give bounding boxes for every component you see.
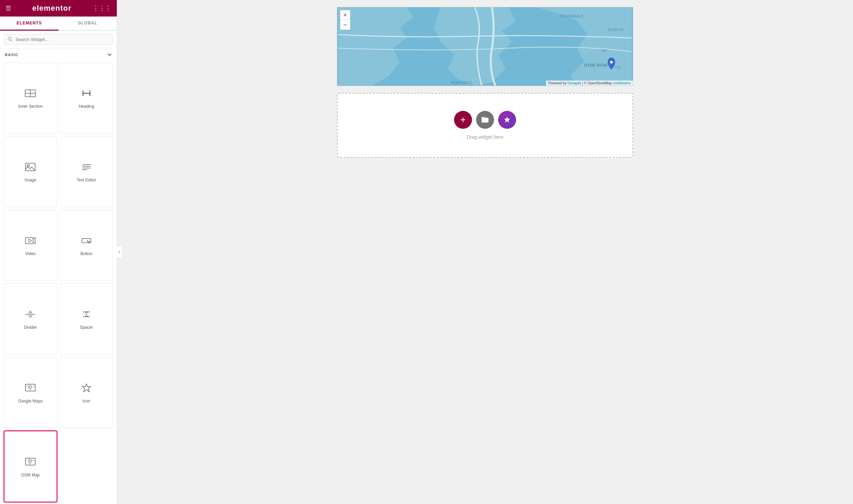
svg-point-0: [8, 37, 11, 40]
widget-video[interactable]: Video: [4, 210, 57, 281]
svg-point-9: [27, 165, 29, 167]
main-content: ROSENDALE ESOPUS HYDE PARK TSP TSP NEW P…: [117, 0, 853, 504]
tab-elements[interactable]: ELEMENTS: [0, 17, 59, 31]
section-header-basic[interactable]: BASIC: [0, 49, 117, 61]
svg-point-39: [610, 61, 613, 64]
svg-marker-19: [29, 316, 32, 318]
widget-video-label: Video: [25, 251, 35, 256]
search-icon: [8, 36, 12, 42]
svg-text:ROSENDALE: ROSENDALE: [560, 14, 583, 18]
folder-button[interactable]: [476, 111, 494, 129]
svg-line-1: [11, 40, 12, 41]
spacer-icon: [80, 308, 93, 322]
button-icon: [80, 234, 93, 249]
widgets-grid: Inner Section Heading Imag: [0, 61, 117, 504]
widget-button-label: Button: [80, 251, 92, 256]
hamburger-menu-icon[interactable]: ☰: [6, 4, 11, 12]
widget-icon-label: Icon: [82, 399, 90, 403]
divider-icon: [24, 308, 37, 322]
add-widget-button[interactable]: +: [454, 111, 472, 129]
image-icon: [24, 161, 37, 175]
map-zoom-in-button[interactable]: +: [340, 10, 350, 20]
astro-button[interactable]: [498, 111, 516, 129]
widget-text-editor-label: Text Editor: [76, 178, 96, 182]
widget-icon[interactable]: Icon: [60, 357, 113, 428]
svg-marker-18: [29, 311, 32, 313]
widget-divider[interactable]: Divider: [4, 283, 57, 354]
google-maps-icon: [24, 382, 37, 396]
geoapify-link[interactable]: Geoapify: [567, 81, 581, 85]
tab-global[interactable]: GLOBAL: [59, 17, 117, 30]
widget-image[interactable]: Image: [4, 136, 57, 207]
svg-marker-15: [29, 239, 32, 242]
grid-icon[interactable]: ⋮⋮⋮: [93, 4, 111, 12]
widget-osm-map[interactable]: OSM Map: [4, 431, 57, 502]
widget-spacer[interactable]: Spacer: [60, 283, 113, 354]
osm-contributors-link[interactable]: contributors: [613, 81, 631, 85]
svg-rect-8: [25, 163, 35, 171]
svg-marker-27: [82, 384, 91, 392]
text-editor-icon: [80, 161, 93, 175]
widget-spacer-label: Spacer: [80, 325, 93, 330]
widget-google-maps[interactable]: Google Maps: [4, 357, 57, 428]
icon-widget-icon: [80, 382, 93, 396]
map-zoom-out-button[interactable]: −: [340, 20, 350, 30]
svg-rect-16: [82, 239, 91, 243]
widget-image-label: Image: [25, 178, 36, 182]
heading-icon: [80, 87, 93, 101]
map-controls: + −: [340, 10, 350, 30]
chevron-down-icon: [107, 52, 112, 57]
search-input[interactable]: [4, 34, 113, 45]
search-bar: [0, 31, 117, 49]
sidebar-collapse-handle[interactable]: [116, 246, 123, 258]
svg-text:TSP: TSP: [601, 49, 607, 52]
section-header-label: BASIC: [5, 53, 18, 57]
widget-button[interactable]: Button: [60, 210, 113, 281]
map-container[interactable]: ROSENDALE ESOPUS HYDE PARK TSP TSP NEW P…: [337, 7, 633, 86]
map-attribution: Powered by Geoapify | © OpenStreetMap co…: [546, 81, 633, 86]
drop-zone-text: Drag widget here: [467, 134, 504, 140]
svg-text:NEW PALTZ: NEW PALTZ: [451, 81, 472, 85]
widget-heading[interactable]: Heading: [60, 63, 113, 134]
drop-zone[interactable]: + Drag widget here: [337, 93, 633, 158]
svg-text:TSP: TSP: [615, 66, 621, 69]
osm-map-icon: [24, 456, 37, 470]
widget-osm-map-label: OSM Map: [21, 473, 40, 477]
inner-section-icon: [24, 87, 37, 101]
elementor-logo: elementor: [32, 4, 71, 13]
widget-heading-label: Heading: [79, 104, 94, 109]
drop-zone-wrapper: + Drag widget here: [337, 93, 633, 158]
video-icon: [24, 234, 37, 249]
widget-google-maps-label: Google Maps: [18, 399, 43, 403]
widget-inner-section[interactable]: Inner Section: [4, 63, 57, 134]
sidebar: ☰ elementor ⋮⋮⋮ ELEMENTS GLOBAL BASIC: [0, 0, 117, 504]
widget-text-editor[interactable]: Text Editor: [60, 136, 113, 207]
sidebar-tabs: ELEMENTS GLOBAL: [0, 17, 117, 31]
svg-text:HYDE PARK: HYDE PARK: [584, 63, 608, 68]
sidebar-header: ☰ elementor ⋮⋮⋮: [0, 0, 117, 17]
drop-zone-buttons: +: [454, 111, 516, 129]
svg-text:ESOPUS: ESOPUS: [608, 28, 624, 32]
widget-divider-label: Divider: [24, 325, 37, 330]
widget-inner-section-label: Inner Section: [18, 104, 43, 109]
